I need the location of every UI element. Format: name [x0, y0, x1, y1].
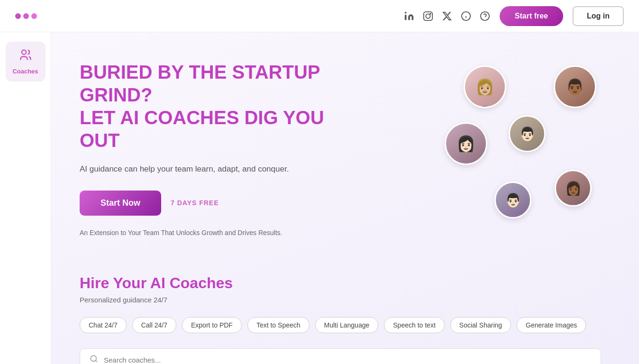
coach-avatar-4: 👩🏻 [445, 122, 487, 165]
tag-multilang[interactable]: Multi Language [315, 317, 379, 333]
sidebar-coaches-label: Coaches [12, 68, 38, 75]
sidebar-item-coaches[interactable]: Coaches [6, 42, 46, 82]
start-free-button[interactable]: Start free [500, 6, 563, 26]
start-now-button[interactable]: Start Now [80, 191, 161, 216]
header: Start free Log in [0, 0, 639, 32]
hire-subtitle: Personalized guidance 24/7 [80, 296, 601, 304]
hero-subtitle: AI guidance can help your team learn, ad… [80, 163, 364, 175]
hire-title: Hire Your AI Coaches [80, 274, 601, 292]
hero-tagline: An Extension to Your Team That Unlocks G… [80, 229, 364, 237]
search-coaches-input[interactable] [104, 356, 591, 364]
logo-dots [15, 13, 37, 19]
coach-avatar-1: 👩🏼 [464, 65, 506, 108]
coach-avatar-6: 👨🏻 [494, 182, 531, 218]
hero-title-line2: LET AI COACHES DIG YOU OUT [80, 107, 324, 151]
avatar-pin-6 [510, 216, 516, 218]
tag-images[interactable]: Generate Images [517, 317, 586, 333]
coach-avatar-3-face: 👨🏻 [510, 117, 544, 151]
logo-dot-1 [15, 13, 21, 19]
hire-section: Hire Your AI Coaches Personalized guidan… [80, 274, 601, 364]
info-icon[interactable] [461, 11, 471, 21]
tag-tts[interactable]: Text to Speech [247, 317, 310, 333]
hero-section: BURIED BY THE STARTUP GRIND? LET AI COAC… [80, 61, 601, 237]
logo[interactable] [15, 13, 37, 19]
login-button[interactable]: Log in [573, 6, 624, 26]
avatars-area: 👩🏼 👨🏾 👨🏻 👩🏻 [440, 61, 601, 222]
coach-avatar-6-face: 👨🏻 [496, 183, 530, 217]
feature-tags: Chat 24/7 Call 24/7 Export to PDF Text t… [80, 317, 601, 333]
coach-avatar-1-face: 👩🏼 [465, 67, 505, 107]
coach-avatar-4-face: 👩🏻 [446, 124, 486, 164]
avatar-pin-1 [482, 106, 488, 108]
search-icon [90, 355, 98, 364]
search-bar [80, 348, 601, 364]
logo-dot-3 [31, 13, 37, 19]
svg-point-10 [91, 355, 96, 361]
logo-dot-2 [23, 13, 29, 19]
instagram-icon[interactable] [423, 11, 433, 21]
hero-title-line1: BURIED BY THE STARTUP GRIND? [80, 62, 320, 105]
tag-social[interactable]: Social Sharing [450, 317, 511, 333]
header-right: Start free Log in [404, 6, 624, 26]
main-content: BURIED BY THE STARTUP GRIND? LET AI COAC… [51, 32, 639, 364]
svg-rect-1 [424, 11, 432, 20]
twitter-icon[interactable] [442, 11, 452, 21]
svg-point-0 [405, 11, 407, 13]
tag-stt[interactable]: Speech to text [384, 317, 445, 333]
layout: Coaches BURIED BY THE STARTUP GRIND? LET… [0, 32, 639, 364]
coach-avatar-5: 👩🏾 [555, 170, 592, 207]
sidebar: Coaches [0, 32, 51, 364]
hero-cta: Start Now 7 DAYS FREE [80, 191, 364, 216]
svg-point-3 [430, 13, 431, 14]
tag-call[interactable]: Call 24/7 [132, 317, 176, 333]
tag-chat[interactable]: Chat 24/7 [80, 317, 127, 333]
coaches-icon [19, 48, 32, 65]
avatar-pin-5 [570, 204, 576, 207]
coach-avatar-5-face: 👩🏾 [556, 171, 590, 205]
social-icons [404, 11, 490, 21]
svg-line-11 [95, 360, 97, 362]
hero-text: BURIED BY THE STARTUP GRIND? LET AI COAC… [80, 61, 364, 237]
coach-avatar-2-face: 👨🏾 [555, 67, 595, 107]
help-icon[interactable] [480, 11, 490, 21]
svg-point-2 [426, 14, 430, 18]
coach-avatar-2: 👨🏾 [554, 65, 596, 108]
linkedin-icon[interactable] [404, 11, 414, 21]
svg-point-9 [21, 50, 26, 55]
avatar-pin-4 [463, 163, 469, 165]
days-free-label: 7 DAYS FREE [171, 199, 219, 207]
hero-title: BURIED BY THE STARTUP GRIND? LET AI COAC… [80, 61, 364, 152]
coach-avatar-3: 👨🏻 [509, 115, 546, 152]
avatar-pin-3 [524, 150, 530, 152]
tag-export[interactable]: Export to PDF [182, 317, 242, 333]
